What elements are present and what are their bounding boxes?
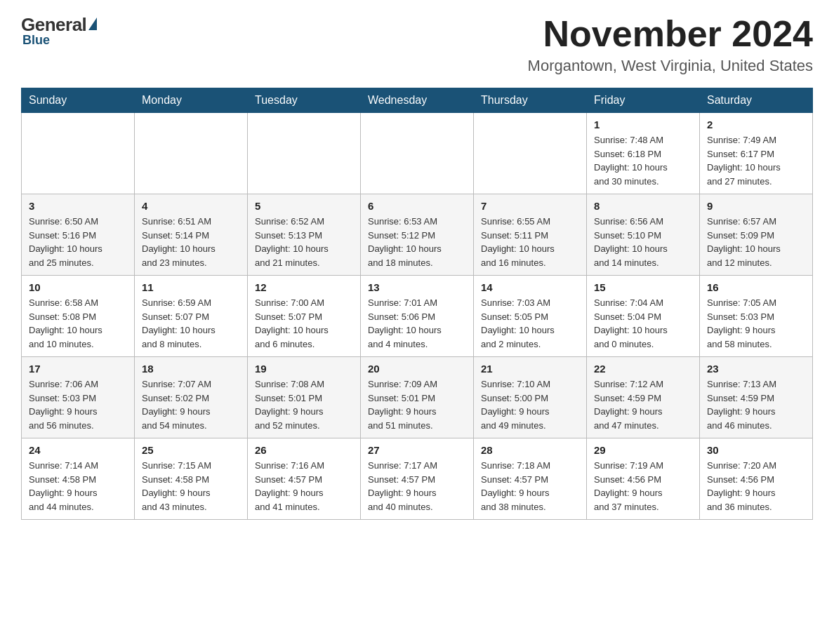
day-info: Sunrise: 7:09 AM Sunset: 5:01 PM Dayligh… <box>368 379 437 431</box>
day-number: 17 <box>29 363 127 375</box>
title-area: November 2024 Morgantown, West Virginia,… <box>528 14 813 75</box>
month-title: November 2024 <box>528 14 813 54</box>
day-info: Sunrise: 6:56 AM Sunset: 5:10 PM Dayligh… <box>594 216 668 268</box>
calendar-cell-w1-d0 <box>22 113 135 194</box>
day-number: 11 <box>142 281 240 293</box>
day-info: Sunrise: 7:00 AM Sunset: 5:07 PM Dayligh… <box>255 297 329 349</box>
calendar-cell-w3-d6: 16Sunrise: 7:05 AM Sunset: 5:03 PM Dayli… <box>700 276 813 357</box>
calendar-cell-w4-d4: 21Sunrise: 7:10 AM Sunset: 5:00 PM Dayli… <box>474 357 587 438</box>
day-number: 27 <box>368 444 466 456</box>
day-number: 20 <box>368 363 466 375</box>
header-thursday: Thursday <box>474 88 587 113</box>
logo-blue-text: Blue <box>22 33 50 48</box>
day-number: 19 <box>255 363 353 375</box>
day-number: 14 <box>481 281 579 293</box>
calendar-cell-w4-d0: 17Sunrise: 7:06 AM Sunset: 5:03 PM Dayli… <box>22 357 135 438</box>
week-row-1: 1Sunrise: 7:48 AM Sunset: 6:18 PM Daylig… <box>22 113 813 194</box>
day-number: 30 <box>707 444 805 456</box>
day-number: 23 <box>707 363 805 375</box>
day-info: Sunrise: 7:49 AM Sunset: 6:17 PM Dayligh… <box>707 135 781 187</box>
calendar-cell-w1-d4 <box>474 113 587 194</box>
header-tuesday: Tuesday <box>248 88 361 113</box>
location-title: Morgantown, West Virginia, United States <box>528 57 813 75</box>
day-number: 13 <box>368 281 466 293</box>
calendar-cell-w5-d1: 25Sunrise: 7:15 AM Sunset: 4:58 PM Dayli… <box>135 438 248 520</box>
day-number: 28 <box>481 444 579 456</box>
calendar-cell-w5-d6: 30Sunrise: 7:20 AM Sunset: 4:56 PM Dayli… <box>700 438 813 520</box>
day-number: 22 <box>594 363 692 375</box>
day-info: Sunrise: 6:53 AM Sunset: 5:12 PM Dayligh… <box>368 216 442 268</box>
day-info: Sunrise: 7:01 AM Sunset: 5:06 PM Dayligh… <box>368 297 442 349</box>
day-info: Sunrise: 7:05 AM Sunset: 5:03 PM Dayligh… <box>707 297 776 349</box>
calendar-cell-w1-d3 <box>361 113 474 194</box>
day-info: Sunrise: 7:15 AM Sunset: 4:58 PM Dayligh… <box>142 460 211 512</box>
calendar-cell-w5-d2: 26Sunrise: 7:16 AM Sunset: 4:57 PM Dayli… <box>248 438 361 520</box>
day-number: 2 <box>707 119 805 130</box>
calendar-cell-w3-d5: 15Sunrise: 7:04 AM Sunset: 5:04 PM Dayli… <box>587 276 700 357</box>
day-info: Sunrise: 6:50 AM Sunset: 5:16 PM Dayligh… <box>29 216 102 268</box>
day-number: 18 <box>142 363 240 375</box>
header-wednesday: Wednesday <box>361 88 474 113</box>
calendar-cell-w1-d5: 1Sunrise: 7:48 AM Sunset: 6:18 PM Daylig… <box>587 113 700 194</box>
calendar-cell-w5-d3: 27Sunrise: 7:17 AM Sunset: 4:57 PM Dayli… <box>361 438 474 520</box>
day-number: 24 <box>29 444 127 456</box>
day-info: Sunrise: 7:20 AM Sunset: 4:56 PM Dayligh… <box>707 460 776 512</box>
day-info: Sunrise: 6:51 AM Sunset: 5:14 PM Dayligh… <box>142 216 216 268</box>
day-info: Sunrise: 6:58 AM Sunset: 5:08 PM Dayligh… <box>29 297 102 349</box>
week-row-5: 24Sunrise: 7:14 AM Sunset: 4:58 PM Dayli… <box>22 438 813 520</box>
day-info: Sunrise: 7:10 AM Sunset: 5:00 PM Dayligh… <box>481 379 550 431</box>
day-number: 21 <box>481 363 579 375</box>
day-number: 10 <box>29 281 127 293</box>
calendar-cell-w5-d0: 24Sunrise: 7:14 AM Sunset: 4:58 PM Dayli… <box>22 438 135 520</box>
day-info: Sunrise: 6:57 AM Sunset: 5:09 PM Dayligh… <box>707 216 781 268</box>
calendar-table: Sunday Monday Tuesday Wednesday Thursday… <box>21 88 813 520</box>
week-row-4: 17Sunrise: 7:06 AM Sunset: 5:03 PM Dayli… <box>22 357 813 438</box>
day-number: 9 <box>707 200 805 212</box>
calendar-cell-w3-d0: 10Sunrise: 6:58 AM Sunset: 5:08 PM Dayli… <box>22 276 135 357</box>
calendar-cell-w3-d3: 13Sunrise: 7:01 AM Sunset: 5:06 PM Dayli… <box>361 276 474 357</box>
calendar-cell-w4-d6: 23Sunrise: 7:13 AM Sunset: 4:59 PM Dayli… <box>700 357 813 438</box>
page-header: General Blue November 2024 Morgantown, W… <box>21 14 813 75</box>
day-info: Sunrise: 7:14 AM Sunset: 4:58 PM Dayligh… <box>29 460 98 512</box>
header-saturday: Saturday <box>700 88 813 113</box>
day-info: Sunrise: 7:07 AM Sunset: 5:02 PM Dayligh… <box>142 379 211 431</box>
day-number: 12 <box>255 281 353 293</box>
week-row-3: 10Sunrise: 6:58 AM Sunset: 5:08 PM Dayli… <box>22 276 813 357</box>
calendar-cell-w1-d6: 2Sunrise: 7:49 AM Sunset: 6:17 PM Daylig… <box>700 113 813 194</box>
calendar-cell-w3-d1: 11Sunrise: 6:59 AM Sunset: 5:07 PM Dayli… <box>135 276 248 357</box>
week-row-2: 3Sunrise: 6:50 AM Sunset: 5:16 PM Daylig… <box>22 194 813 276</box>
day-number: 7 <box>481 200 579 212</box>
day-number: 4 <box>142 200 240 212</box>
day-number: 15 <box>594 281 692 293</box>
header-sunday: Sunday <box>22 88 135 113</box>
day-info: Sunrise: 7:18 AM Sunset: 4:57 PM Dayligh… <box>481 460 550 512</box>
day-number: 8 <box>594 200 692 212</box>
calendar-cell-w4-d5: 22Sunrise: 7:12 AM Sunset: 4:59 PM Dayli… <box>587 357 700 438</box>
day-info: Sunrise: 7:48 AM Sunset: 6:18 PM Dayligh… <box>594 135 668 187</box>
day-info: Sunrise: 7:19 AM Sunset: 4:56 PM Dayligh… <box>594 460 663 512</box>
day-number: 3 <box>29 200 127 212</box>
header-friday: Friday <box>587 88 700 113</box>
day-info: Sunrise: 6:52 AM Sunset: 5:13 PM Dayligh… <box>255 216 329 268</box>
logo: General Blue <box>21 14 97 48</box>
day-info: Sunrise: 6:55 AM Sunset: 5:11 PM Dayligh… <box>481 216 555 268</box>
day-info: Sunrise: 6:59 AM Sunset: 5:07 PM Dayligh… <box>142 297 216 349</box>
calendar-cell-w3-d2: 12Sunrise: 7:00 AM Sunset: 5:07 PM Dayli… <box>248 276 361 357</box>
day-info: Sunrise: 7:16 AM Sunset: 4:57 PM Dayligh… <box>255 460 324 512</box>
day-info: Sunrise: 7:03 AM Sunset: 5:05 PM Dayligh… <box>481 297 555 349</box>
calendar-cell-w2-d5: 8Sunrise: 6:56 AM Sunset: 5:10 PM Daylig… <box>587 194 700 276</box>
day-info: Sunrise: 7:12 AM Sunset: 4:59 PM Dayligh… <box>594 379 663 431</box>
calendar-cell-w4-d3: 20Sunrise: 7:09 AM Sunset: 5:01 PM Dayli… <box>361 357 474 438</box>
calendar-cell-w2-d3: 6Sunrise: 6:53 AM Sunset: 5:12 PM Daylig… <box>361 194 474 276</box>
day-info: Sunrise: 7:06 AM Sunset: 5:03 PM Dayligh… <box>29 379 98 431</box>
weekday-header-row: Sunday Monday Tuesday Wednesday Thursday… <box>22 88 813 113</box>
day-number: 16 <box>707 281 805 293</box>
day-number: 1 <box>594 119 692 130</box>
calendar-cell-w2-d2: 5Sunrise: 6:52 AM Sunset: 5:13 PM Daylig… <box>248 194 361 276</box>
day-info: Sunrise: 7:08 AM Sunset: 5:01 PM Dayligh… <box>255 379 324 431</box>
calendar-cell-w5-d5: 29Sunrise: 7:19 AM Sunset: 4:56 PM Dayli… <box>587 438 700 520</box>
day-number: 25 <box>142 444 240 456</box>
calendar-cell-w4-d1: 18Sunrise: 7:07 AM Sunset: 5:02 PM Dayli… <box>135 357 248 438</box>
calendar-cell-w3-d4: 14Sunrise: 7:03 AM Sunset: 5:05 PM Dayli… <box>474 276 587 357</box>
day-number: 5 <box>255 200 353 212</box>
